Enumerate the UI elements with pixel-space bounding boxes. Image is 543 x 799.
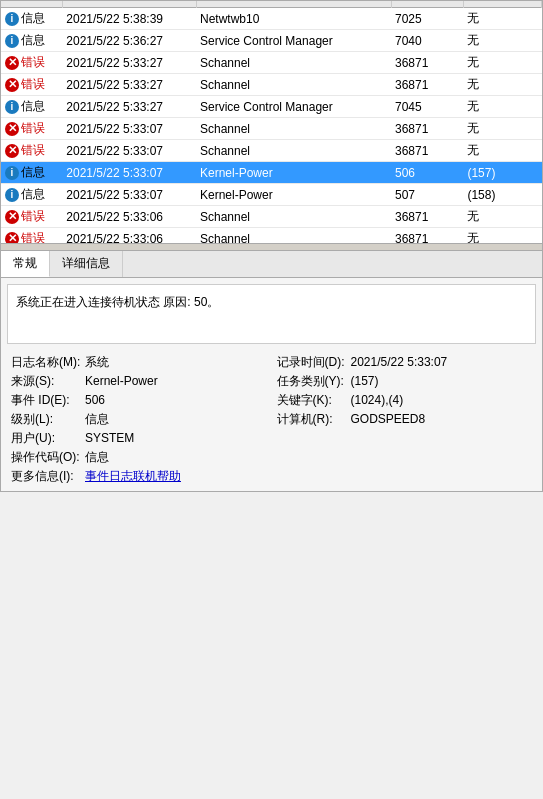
level-text: 错误 bbox=[21, 208, 45, 225]
level-text: 错误 bbox=[21, 54, 45, 71]
table-row[interactable]: i信息2021/5/22 5:33:27Service Control Mana… bbox=[1, 96, 542, 118]
cell-source: Kernel-Power bbox=[196, 184, 391, 206]
error-icon: ✕ bbox=[5, 122, 19, 136]
cell-level: i信息 bbox=[1, 30, 62, 52]
cell-source: Service Control Manager bbox=[196, 30, 391, 52]
cell-datetime: 2021/5/22 5:33:07 bbox=[62, 118, 196, 140]
field-row: 日志名称(M):系统 bbox=[11, 354, 267, 371]
info-icon: i bbox=[5, 12, 19, 26]
cell-source: Schannel bbox=[196, 206, 391, 228]
field-value: SYSTEM bbox=[85, 431, 134, 445]
cell-taskcat: 无 bbox=[463, 206, 541, 228]
info-icon: i bbox=[5, 166, 19, 180]
table-row[interactable]: ✕错误2021/5/22 5:33:07Schannel36871无 bbox=[1, 118, 542, 140]
cell-eventid: 36871 bbox=[391, 52, 463, 74]
cell-eventid: 36871 bbox=[391, 206, 463, 228]
table-row[interactable]: ✕错误2021/5/22 5:33:07Schannel36871无 bbox=[1, 140, 542, 162]
detail-text: 系统正在进入连接待机状态 原因: 50。 bbox=[16, 293, 527, 312]
info-icon: i bbox=[5, 100, 19, 114]
field-row: 来源(S):Kernel-Power bbox=[11, 373, 267, 390]
error-icon: ✕ bbox=[5, 232, 19, 244]
cell-datetime: 2021/5/22 5:33:07 bbox=[62, 184, 196, 206]
field-row: 记录时间(D):2021/5/22 5:33:07 bbox=[277, 354, 533, 371]
cell-level: ✕错误 bbox=[1, 52, 62, 74]
field-value: 信息 bbox=[85, 449, 109, 466]
field-label: 级别(L): bbox=[11, 411, 81, 428]
field-label: 记录时间(D): bbox=[277, 354, 347, 371]
cell-eventid: 36871 bbox=[391, 118, 463, 140]
cell-source: Schannel bbox=[196, 140, 391, 162]
cell-datetime: 2021/5/22 5:33:27 bbox=[62, 74, 196, 96]
table-row[interactable]: i信息2021/5/22 5:33:07Kernel-Power506(157) bbox=[1, 162, 542, 184]
table-row[interactable]: ✕错误2021/5/22 5:33:27Schannel36871无 bbox=[1, 52, 542, 74]
cell-source: Schannel bbox=[196, 228, 391, 244]
cell-datetime: 2021/5/22 5:33:06 bbox=[62, 228, 196, 244]
table-row[interactable]: i信息2021/5/22 5:38:39Netwtwb107025无 bbox=[1, 8, 542, 30]
cell-taskcat: 无 bbox=[463, 52, 541, 74]
cell-level: ✕错误 bbox=[1, 74, 62, 96]
field-value: (1024),(4) bbox=[351, 393, 404, 407]
cell-datetime: 2021/5/22 5:33:07 bbox=[62, 162, 196, 184]
error-icon: ✕ bbox=[5, 210, 19, 224]
cell-level: ✕错误 bbox=[1, 118, 62, 140]
cell-taskcat: 无 bbox=[463, 30, 541, 52]
cell-source: Schannel bbox=[196, 52, 391, 74]
cell-eventid: 7045 bbox=[391, 96, 463, 118]
detail-tab-常规[interactable]: 常规 bbox=[1, 251, 50, 277]
field-label: 用户(U): bbox=[11, 430, 81, 447]
field-row: 任务类别(Y):(157) bbox=[277, 373, 533, 390]
table-row[interactable]: i信息2021/5/22 5:36:27Service Control Mana… bbox=[1, 30, 542, 52]
level-text: 信息 bbox=[21, 32, 45, 49]
cell-datetime: 2021/5/22 5:33:27 bbox=[62, 52, 196, 74]
level-text: 信息 bbox=[21, 186, 45, 203]
cell-datetime: 2021/5/22 5:38:39 bbox=[62, 8, 196, 30]
level-text: 错误 bbox=[21, 230, 45, 243]
cell-taskcat: 无 bbox=[463, 8, 541, 30]
field-value[interactable]: 事件日志联机帮助 bbox=[85, 468, 181, 485]
cell-source: Kernel-Power bbox=[196, 162, 391, 184]
cell-level: ✕错误 bbox=[1, 228, 62, 244]
field-row: 计算机(R):GODSPEED8 bbox=[277, 411, 533, 428]
cell-source: Netwtwb10 bbox=[196, 8, 391, 30]
error-icon: ✕ bbox=[5, 56, 19, 70]
cell-taskcat: 无 bbox=[463, 228, 541, 244]
field-row: 操作代码(O):信息 bbox=[11, 449, 267, 466]
cell-datetime: 2021/5/22 5:33:06 bbox=[62, 206, 196, 228]
info-icon: i bbox=[5, 188, 19, 202]
cell-level: ✕错误 bbox=[1, 206, 62, 228]
cell-source: Schannel bbox=[196, 74, 391, 96]
field-value: Kernel-Power bbox=[85, 374, 158, 388]
cell-eventid: 36871 bbox=[391, 228, 463, 244]
level-text: 信息 bbox=[21, 98, 45, 115]
level-text: 错误 bbox=[21, 76, 45, 93]
field-value: 系统 bbox=[85, 354, 109, 371]
table-row[interactable]: ✕错误2021/5/22 5:33:06Schannel36871无 bbox=[1, 206, 542, 228]
cell-taskcat: 无 bbox=[463, 118, 541, 140]
cell-eventid: 507 bbox=[391, 184, 463, 206]
level-text: 错误 bbox=[21, 120, 45, 137]
field-row: 更多信息(I):事件日志联机帮助 bbox=[11, 468, 267, 485]
cell-taskcat: 无 bbox=[463, 140, 541, 162]
info-icon: i bbox=[5, 34, 19, 48]
field-label: 任务类别(Y): bbox=[277, 373, 347, 390]
cell-datetime: 2021/5/22 5:33:27 bbox=[62, 96, 196, 118]
detail-tab-详细信息[interactable]: 详细信息 bbox=[50, 251, 123, 277]
field-label: 来源(S): bbox=[11, 373, 81, 390]
field-label: 事件 ID(E): bbox=[11, 392, 81, 409]
fields-grid: 日志名称(M):系统来源(S):Kernel-Power事件 ID(E):506… bbox=[1, 350, 542, 491]
field-label: 计算机(R): bbox=[277, 411, 347, 428]
detail-panel: 常规详细信息 系统正在进入连接待机状态 原因: 50。 日志名称(M):系统来源… bbox=[0, 251, 543, 492]
error-icon: ✕ bbox=[5, 144, 19, 158]
cell-source: Schannel bbox=[196, 118, 391, 140]
cell-level: i信息 bbox=[1, 162, 62, 184]
cell-taskcat: (157) bbox=[463, 162, 541, 184]
cell-level: i信息 bbox=[1, 184, 62, 206]
table-row[interactable]: i信息2021/5/22 5:33:07Kernel-Power507(158) bbox=[1, 184, 542, 206]
field-row: 用户(U):SYSTEM bbox=[11, 430, 267, 447]
fields-right: 记录时间(D):2021/5/22 5:33:07任务类别(Y):(157)关键… bbox=[277, 354, 533, 487]
table-row[interactable]: ✕错误2021/5/22 5:33:27Schannel36871无 bbox=[1, 74, 542, 96]
cell-taskcat: (158) bbox=[463, 184, 541, 206]
cell-taskcat: 无 bbox=[463, 96, 541, 118]
cell-eventid: 7025 bbox=[391, 8, 463, 30]
table-row[interactable]: ✕错误2021/5/22 5:33:06Schannel36871无 bbox=[1, 228, 542, 244]
